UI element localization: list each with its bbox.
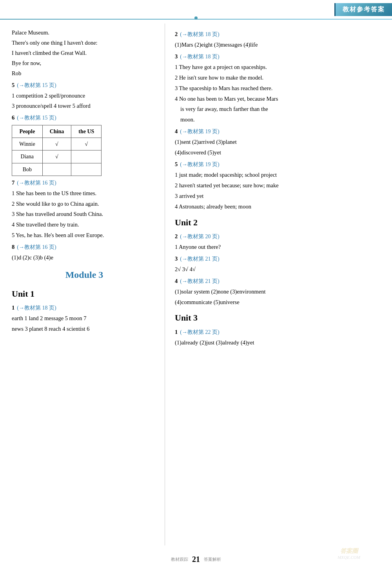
section3-u2-num: 3 [175, 254, 178, 264]
section8-num: 8 [12, 243, 15, 252]
right-column: 2 (→教材第 18 页) (1)Mars (2)eight (3)messag… [165, 24, 392, 545]
section1-left-num: 1 [12, 303, 15, 313]
section4-u2-header: 4 (→教材第 21 页) [175, 277, 382, 286]
table-row: Winnie √ √ [12, 138, 102, 150]
section7-line5: 5 Yes, he has. He's been all over Europe… [12, 231, 157, 240]
section7-line3: 3 She has travelled around South China. [12, 210, 157, 219]
section2-right-num: 2 [175, 30, 178, 39]
table-cell-diana-china: √ [42, 150, 71, 163]
section3-u2-line1: 2√ 3√ 4√ [175, 265, 382, 274]
top-dot [194, 16, 198, 20]
section5-line2: 3 pronounce/spell 4 tower 5 afford [12, 101, 157, 111]
unit1-title-left: Unit 1 [12, 287, 157, 301]
section2-u2-line1: 1 Anyone out there? [175, 243, 382, 252]
section3-right-line3: 3 The spaceship to Mars has reached ther… [175, 84, 382, 93]
section8-header: 8 (→教材第 16 页) [12, 243, 157, 252]
page-number: 21 [192, 555, 200, 564]
section2-u2-num: 2 [175, 232, 178, 241]
section3-right-line5: is very far away, much farther than the [175, 105, 382, 114]
section8-ref: (→教材第 16 页) [17, 243, 56, 252]
section1-u3-line1: (1)already (2)just (3)already (4)yet [175, 338, 382, 348]
intro-line-2: There's only one thing I haven't done: [12, 38, 157, 48]
section4-u2-num: 4 [175, 277, 178, 286]
section4-right-header: 4 (→教材第 19 页) [175, 127, 382, 136]
section7-line4: 4 She travelled there by train. [12, 220, 157, 230]
section2-right-line1: (1)Mars (2)eight (3)messages (4)life [175, 40, 382, 50]
unit3-title: Unit 3 [175, 311, 382, 325]
table-header-people: People [12, 125, 43, 138]
section1-left-header: 1 (→教材第 18 页) [12, 303, 157, 313]
section1-left-ref: (→教材第 18 页) [17, 303, 56, 312]
table-cell-diana-us [71, 150, 102, 163]
check-table: People China the US Winnie √ √ Diana √ [12, 125, 102, 176]
intro-line-4: Bye for now, [12, 59, 157, 68]
section5-right-line2: 2 haven't started yet because; sure how;… [175, 181, 382, 190]
section7-line1: 1 She has been to the US three times. [12, 189, 157, 198]
watermark-text-1: 答案圈 [340, 547, 358, 555]
section7-line2: 2 She would like to go to China again. [12, 199, 157, 209]
bottom-right-text: 答案解析 [204, 556, 221, 562]
section3-right-line4: 4 No one has been to Mars yet, because M… [175, 94, 382, 104]
intro-line-1: Palace Museum. [12, 28, 157, 38]
table-row: Bob [12, 163, 102, 176]
section3-u2-ref: (→教材第 21 页) [180, 254, 219, 263]
section3-right-line2: 2 He isn't sure how to make the model. [175, 73, 382, 83]
section5-right-num: 5 [175, 160, 178, 169]
table-header-china: China [42, 125, 71, 138]
table-cell-winnie: Winnie [12, 138, 43, 150]
section7-header: 7 (→教材第 16 页) [12, 178, 157, 188]
section6-ref: (→教材第 15 页) [17, 113, 56, 122]
table-row: Diana √ [12, 150, 102, 163]
section4-right-num: 4 [175, 127, 178, 136]
page: 教材参考答案 Palace Museum. There's only one t… [0, 0, 392, 569]
section3-right-line6: moon. [175, 115, 382, 125]
table-cell-bob-china [42, 163, 71, 176]
section4-right-line2: (4)discovered (5)yet [175, 148, 382, 158]
module3-title: Module 3 [12, 267, 157, 283]
section3-right-line1: 1 They have got a project on spaceships. [175, 63, 382, 72]
section8-line1: (1)d (2)c (3)b (4)e [12, 253, 157, 263]
section5-right-line4: 4 Astronauts; already been; moon [175, 202, 382, 212]
section3-right-num: 3 [175, 52, 178, 62]
section5-ref: (→教材第 15 页) [17, 81, 56, 90]
section4-u2-line2: (4)communicate (5)universe [175, 298, 382, 307]
intro-line-3: I haven't climbed the Great Wall. [12, 49, 157, 58]
top-bar: 教材参考答案 [0, 0, 392, 19]
section6-header: 6 (→教材第 15 页) [12, 113, 157, 123]
section4-right-line1: (1)sent (2)arrived (3)planet [175, 138, 382, 147]
watermark-text-2: MXQE.COM [338, 555, 360, 560]
section4-u2-ref: (→教材第 21 页) [180, 277, 219, 286]
left-column: Palace Museum. There's only one thing I … [0, 24, 165, 545]
section7-ref: (→教材第 16 页) [17, 178, 56, 187]
section3-right-header: 3 (→教材第 18 页) [175, 52, 382, 62]
section2-right-ref: (→教材第 18 页) [180, 30, 219, 39]
section1-u3-header: 1 (→教材第 22 页) [175, 328, 382, 337]
section4-u2-line1: (1)solar system (2)none (3)environment [175, 287, 382, 297]
section3-right-ref: (→教材第 18 页) [180, 52, 219, 61]
table-cell-bob-us [71, 163, 102, 176]
bottom-left-text: 教材跟踪 [171, 556, 188, 562]
section5-num: 5 [12, 81, 15, 90]
watermark-bottom-right: 答案圈 MXQE.COM [306, 538, 392, 569]
section3-u2-header: 3 (→教材第 21 页) [175, 254, 382, 264]
section1-left-line1: earth 1 land 2 message 5 moon 7 [12, 314, 157, 323]
table-cell-winnie-us: √ [71, 138, 102, 150]
unit2-title: Unit 2 [175, 216, 382, 230]
section5-right-ref: (→教材第 19 页) [180, 160, 219, 169]
intro-line-5: Rob [12, 69, 157, 78]
section5-right-line1: 1 just made; model spaceship; school pro… [175, 170, 382, 180]
section2-u2-header: 2 (→教材第 20 页) [175, 232, 382, 241]
section1-u3-ref: (→教材第 22 页) [180, 328, 219, 337]
header-label: 教材参考答案 [334, 3, 392, 16]
section2-u2-ref: (→教材第 20 页) [180, 232, 219, 241]
table-cell-winnie-china: √ [42, 138, 71, 150]
section5-right-header: 5 (→教材第 19 页) [175, 160, 382, 169]
table-cell-bob: Bob [12, 163, 43, 176]
section5-line1: 1 competition 2 spell/pronounce [12, 91, 157, 101]
section7-num: 7 [12, 178, 15, 188]
table-header-us: the US [71, 125, 102, 138]
section6-num: 6 [12, 113, 15, 123]
section5-header: 5 (→教材第 15 页) [12, 81, 157, 90]
section5-right-line3: 3 arrived yet [175, 192, 382, 201]
section1-u3-num: 1 [175, 328, 178, 337]
